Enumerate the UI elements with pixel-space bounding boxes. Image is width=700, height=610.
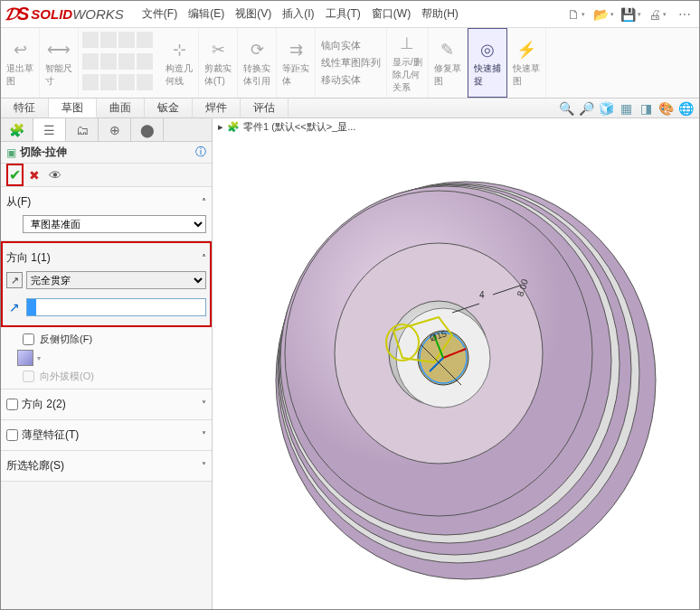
titlebar-toolbar: 🗋▾ 📂▾ 💾▾ 🖨▾ ⋯ [565, 4, 695, 25]
ribbon-move[interactable]: 移动实体 [321, 73, 361, 87]
dim-4[interactable]: 4 [479, 290, 485, 300]
tab-sheet[interactable]: 钣金 [145, 99, 193, 117]
ok-button[interactable]: ✔ [9, 167, 21, 183]
panel-header: ▣ 切除-拉伸 ⓘ [1, 142, 212, 164]
cancel-button[interactable]: ✖ [29, 168, 40, 183]
direction-arrow-icon: ↗ [6, 300, 23, 314]
from-select[interactable]: 草图基准面 [23, 215, 206, 233]
ribbon-repair[interactable]: ✎修复草 图 [429, 28, 468, 98]
zoom-area-icon[interactable]: 🔎 [578, 100, 594, 117]
text-icon[interactable] [100, 74, 117, 90]
plane-icon[interactable] [118, 74, 135, 90]
ribbon-mirror[interactable]: 镜向实体 [321, 39, 361, 52]
exit-sketch-icon: ↩ [9, 39, 31, 61]
part-name[interactable]: 零件1 (默认<<默认>_显... [243, 120, 355, 134]
property-tab[interactable]: ☰ [33, 118, 66, 141]
ribbon-construct[interactable]: ⊹构造几 何线 [160, 28, 199, 98]
ribbon-array[interactable]: 线性草图阵列 [321, 56, 381, 70]
rapid-icon: ⚡ [516, 39, 537, 61]
help-icon[interactable]: ⓘ [195, 145, 206, 160]
view-orient-icon[interactable]: 🧊 [598, 100, 614, 117]
ribbon-sketch-tools [79, 28, 160, 98]
menu-file[interactable]: 文件(F) [142, 6, 177, 22]
section-from-head[interactable]: 从(F) ˄ [6, 191, 206, 213]
scene-icon[interactable]: 🎨 [657, 100, 674, 117]
draft-icon[interactable] [17, 350, 33, 366]
arc-icon[interactable] [137, 32, 153, 48]
appearance-icon[interactable]: 🌐 [677, 100, 694, 117]
config-tab[interactable]: 🗂 [66, 118, 99, 141]
rect-icon[interactable] [100, 32, 117, 48]
app-logo: 𝓓S SOLIDWORKS [5, 4, 124, 24]
print-button[interactable]: 🖨▾ [647, 4, 668, 25]
menu-insert[interactable]: 插入(I) [282, 6, 314, 22]
line-icon[interactable] [82, 32, 99, 48]
tab-eval[interactable]: 评估 [241, 99, 289, 117]
tab-weld[interactable]: 焊件 [193, 99, 241, 117]
slot-icon[interactable] [118, 53, 135, 70]
graphics-area[interactable]: ▸ 🧩 零件1 (默认<<默认>_显... [213, 118, 699, 609]
convert-icon: ⟳ [246, 39, 268, 61]
section-dir1-head[interactable]: 方向 1(1) ˄ [6, 247, 206, 269]
display-tab[interactable]: ⬤ [131, 118, 164, 141]
menu-help[interactable]: 帮助(H) [421, 6, 459, 22]
tab-sketch[interactable]: 草图 [49, 99, 97, 117]
end-condition-select[interactable]: 完全贯穿 [26, 271, 206, 289]
pulley-model [258, 155, 692, 606]
reverse-cut-checkbox[interactable] [23, 333, 34, 345]
direction-reference-input[interactable] [26, 298, 206, 316]
ribbon-smart-dim[interactable]: ⟷ 智能尺 寸 [40, 28, 79, 98]
dimxpert-tab[interactable]: ⊕ [99, 118, 131, 141]
ribbon-trim[interactable]: ✂剪裁实 体(T) [199, 28, 238, 98]
ribbon-convert[interactable]: ⟳转换实 体引用 [238, 28, 277, 98]
spline-icon[interactable] [82, 53, 99, 70]
ribbon-pattern-group: 镜向实体 线性草图阵列 移动实体 [316, 28, 387, 98]
zoom-icon[interactable]: 🔍 [558, 100, 574, 117]
open-button[interactable]: 📂▾ [592, 4, 614, 25]
chevron-up-icon: ˄ [202, 197, 206, 207]
dir1-highlight: 方向 1(1) ˄ ↗ 完全贯穿 ↗ [1, 241, 212, 327]
main-menu: 文件(F) 编辑(E) 视图(V) 插入(I) 工具(T) 窗口(W) 帮助(H… [142, 6, 459, 22]
relations-icon: ⊥ [396, 33, 418, 54]
menu-tools[interactable]: 工具(T) [326, 6, 361, 22]
tab-feature[interactable]: 特征 [1, 99, 49, 117]
titlebar: 𝓓S SOLIDWORKS 文件(F) 编辑(E) 视图(V) 插入(I) 工具… [1, 1, 699, 28]
view-toolbar: 🔍 🔎 🧊 ▦ ◨ 🎨 🌐 [558, 99, 699, 117]
ribbon-rapid-sketch[interactable]: ⚡快速草 图 [507, 28, 546, 98]
section-contours-head[interactable]: 所选轮廓(S) ˅ [6, 455, 206, 477]
construct-icon: ⊹ [168, 39, 190, 61]
draft-outward-checkbox [23, 371, 34, 382]
panel-title: 切除-拉伸 [20, 145, 67, 160]
circle-icon[interactable] [118, 32, 135, 48]
ellipse-icon[interactable] [100, 53, 117, 70]
new-button[interactable]: 🗋▾ [565, 4, 587, 25]
thin-checkbox[interactable] [6, 429, 18, 441]
fillet-icon[interactable] [137, 74, 153, 90]
expand-icon[interactable]: ▸ [218, 121, 223, 133]
point-icon[interactable] [82, 74, 99, 90]
save-button[interactable]: 💾▾ [620, 4, 641, 25]
preview-button[interactable]: 👁 [49, 168, 61, 183]
menu-view[interactable]: 视图(V) [235, 6, 271, 22]
tab-surface[interactable]: 曲面 [97, 99, 145, 117]
menu-edit[interactable]: 编辑(E) [188, 6, 224, 22]
feature-tree-tab[interactable]: 🧩 [1, 118, 33, 141]
manager-tabs: 🧩 ☰ 🗂 ⊕ ⬤ [1, 118, 212, 142]
logo-solid: SOLID [31, 6, 72, 22]
dir2-checkbox[interactable] [6, 399, 18, 410]
ribbon-display[interactable]: ⊥显示/删 除几何 关系 [387, 28, 429, 98]
ribbon-exit-sketch[interactable]: ↩ 退出草 图 [1, 28, 40, 98]
polygon-icon[interactable] [137, 53, 153, 70]
ribbon-quick-snap[interactable]: ◎快速捕 捉 [468, 28, 507, 98]
extra-button[interactable]: ⋯ [674, 4, 695, 25]
section-dir1: 方向 1(1) ˄ ↗ 完全贯穿 ↗ [6, 247, 206, 318]
reverse-dir-button[interactable]: ↗ [6, 272, 23, 288]
property-manager: 🧩 ☰ 🗂 ⊕ ⬤ ▣ 切除-拉伸 ⓘ ✔ ✖ 👁 从(F) ˄ [1, 118, 213, 609]
repair-icon: ✎ [437, 39, 459, 61]
display-style-icon[interactable]: ▦ [618, 100, 634, 117]
section-thin-head[interactable]: 薄壁特征(T) ˅ [6, 424, 206, 446]
menu-window[interactable]: 窗口(W) [372, 6, 411, 22]
section-icon[interactable]: ◨ [638, 100, 654, 117]
section-dir2-head[interactable]: 方向 2(2) ˅ [6, 393, 206, 416]
ribbon-offset[interactable]: ⇉等距实 体 [277, 28, 316, 98]
